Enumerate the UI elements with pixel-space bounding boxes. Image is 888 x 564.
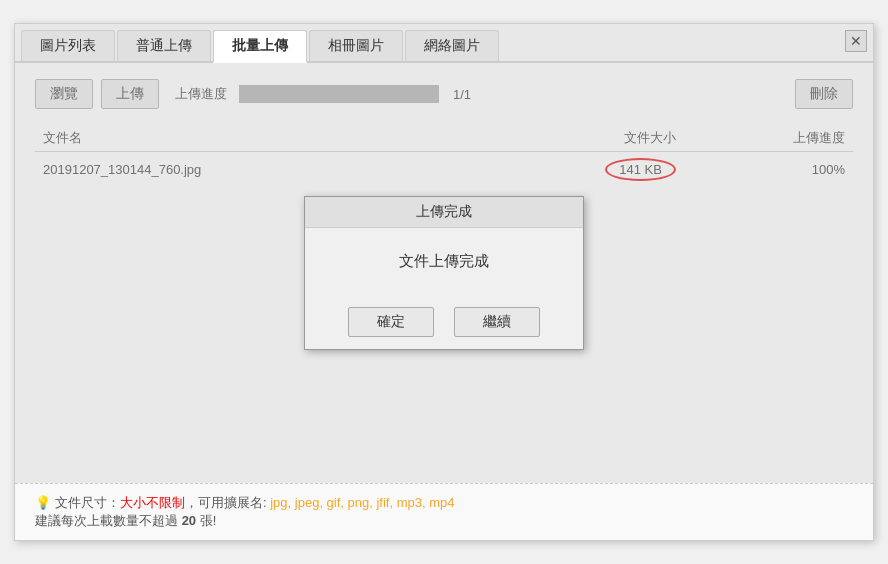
tab-image-list[interactable]: 圖片列表 (21, 30, 115, 61)
footer-line2-text: 建議每次上載數量不超過 (35, 513, 178, 528)
modal-footer: 確定 繼續 (305, 295, 583, 349)
footer-size-value: 大小不限制 (120, 495, 185, 510)
modal-title: 上傳完成 (305, 197, 583, 228)
upload-complete-modal: 上傳完成 文件上傳完成 確定 繼續 (304, 196, 584, 350)
confirm-button[interactable]: 確定 (348, 307, 434, 337)
close-button[interactable]: ✕ (845, 30, 867, 52)
warning-icon: 💡 (35, 495, 51, 510)
tab-batch-upload[interactable]: 批量上傳 (213, 30, 307, 63)
footer-info: 💡文件尺寸：大小不限制，可用擴展名: jpg, jpeg, gif, png, … (15, 483, 873, 540)
footer-size-prefix: 文件尺寸： (55, 495, 120, 510)
tab-album-image[interactable]: 相冊圖片 (309, 30, 403, 61)
tab-normal-upload[interactable]: 普通上傳 (117, 30, 211, 61)
modal-overlay: 上傳完成 文件上傳完成 確定 繼續 (15, 63, 873, 483)
continue-button[interactable]: 繼續 (454, 307, 540, 337)
tab-network-image[interactable]: 網絡圖片 (405, 30, 499, 61)
footer-line2-bold: 20 (182, 513, 196, 528)
footer-line2-suffix: 張! (200, 513, 217, 528)
modal-message: 文件上傳完成 (305, 228, 583, 295)
footer-line2: 建議每次上載數量不超過 20 張! (35, 512, 853, 530)
footer-extensions: jpg, jpeg, gif, png, jfif, mp3, mp4 (270, 495, 454, 510)
main-content-area: 瀏覽 上傳 上傳進度 1/1 刪除 文件名 文件大小 上傳進度 20191207… (15, 63, 873, 483)
footer-line1: 💡文件尺寸：大小不限制，可用擴展名: jpg, jpeg, gif, png, … (35, 494, 853, 512)
tab-bar: 圖片列表 普通上傳 批量上傳 相冊圖片 網絡圖片 (15, 24, 873, 63)
footer-middle: ，可用擴展名: (185, 495, 270, 510)
main-window: ✕ 圖片列表 普通上傳 批量上傳 相冊圖片 網絡圖片 瀏覽 上傳 上傳進度 1/… (14, 23, 874, 541)
